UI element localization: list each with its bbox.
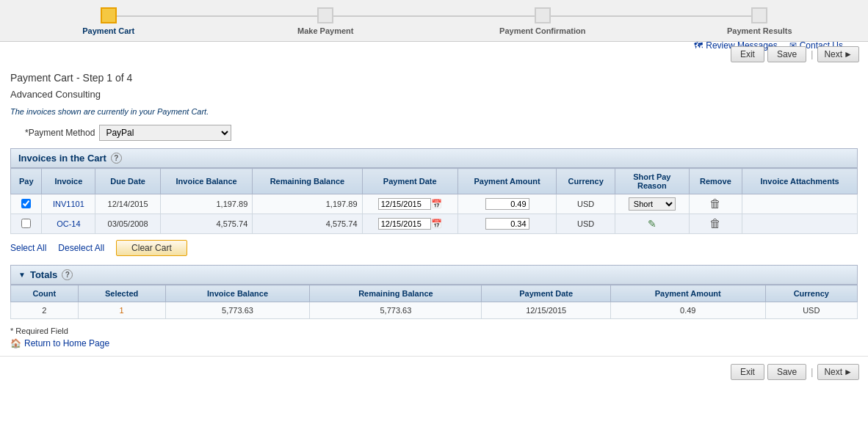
totals-col-currency: Currency bbox=[765, 285, 857, 302]
totals-col-invoice-balance: Invoice Balance bbox=[165, 285, 310, 302]
col-invoice: Invoice bbox=[42, 169, 95, 194]
next-button-bottom[interactable]: Next ► bbox=[817, 364, 859, 380]
bottom-action-bar: Exit Save | Next ► bbox=[0, 356, 868, 387]
top-action-bar: Exit Save | Next ► bbox=[0, 42, 868, 67]
company-name: Advanced Consulting bbox=[10, 87, 858, 104]
cart-actions: Select All Deselect All Clear Cart bbox=[10, 234, 858, 262]
row-short-pay-0: ShortDisputeOther bbox=[615, 194, 689, 214]
return-home-label: Return to Home Page bbox=[24, 338, 109, 348]
row-short-pay-select-0[interactable]: ShortDisputeOther bbox=[629, 197, 676, 211]
step-label-make-payment: Make Payment bbox=[297, 26, 353, 35]
col-remove: Remove bbox=[689, 169, 742, 194]
step-label-payment-confirmation: Payment Confirmation bbox=[499, 26, 585, 35]
exit-button-top[interactable]: Exit bbox=[731, 46, 764, 62]
totals-col-payment-date: Payment Date bbox=[482, 285, 610, 302]
separator-bottom: | bbox=[811, 367, 813, 377]
totals-col-selected: Selected bbox=[78, 285, 165, 302]
row-invoice-balance-0: 1,197.89 bbox=[160, 194, 252, 214]
totals-selected: 1 bbox=[78, 302, 165, 319]
step-icon-payment-results bbox=[751, 7, 767, 23]
wizard-step-payment-cart[interactable]: Payment Cart bbox=[0, 7, 217, 35]
row-invoice-1[interactable]: OC-14 bbox=[42, 214, 95, 234]
invoices-section-header: Invoices in the Cart ? bbox=[10, 148, 858, 168]
return-home-link[interactable]: 🏠 Return to Home Page bbox=[10, 338, 858, 348]
home-icon: 🏠 bbox=[10, 338, 21, 348]
row-payment-date-1: 📅 bbox=[362, 214, 457, 234]
step-text: - Step 1 of 4 bbox=[76, 72, 132, 84]
row-currency-0: USD bbox=[557, 194, 615, 214]
deselect-all-link[interactable]: Deselect All bbox=[58, 243, 104, 253]
col-payment-amount: Payment Amount bbox=[457, 169, 556, 194]
exit-button-bottom[interactable]: Exit bbox=[731, 364, 764, 380]
col-invoice-balance: Invoice Balance bbox=[160, 169, 252, 194]
review-messages-icon: 🗺 bbox=[694, 40, 703, 51]
wizard-step-make-payment[interactable]: Make Payment bbox=[217, 7, 435, 35]
row-invoice-0[interactable]: INV1101 bbox=[42, 194, 95, 214]
totals-count: 2 bbox=[11, 302, 79, 319]
wizard-step-payment-confirmation[interactable]: Payment Confirmation bbox=[434, 7, 651, 35]
next-button-top[interactable]: Next ► bbox=[817, 46, 859, 62]
step-label-payment-results: Payment Results bbox=[727, 26, 792, 35]
row-calendar-icon-1[interactable]: 📅 bbox=[431, 219, 442, 229]
row-payment-amount-1 bbox=[457, 214, 556, 234]
cart-row-1: OC-1403/05/20084,575.744,575.74📅USD✎🗑 bbox=[11, 214, 858, 234]
page-content: 🗺 Review Messages ✉ Contact Us Payment C… bbox=[0, 67, 868, 348]
wizard-step-payment-results[interactable]: Payment Results bbox=[651, 7, 869, 35]
col-currency: Currency bbox=[557, 169, 615, 194]
totals-payment-date: 12/15/2015 bbox=[482, 302, 610, 319]
payment-method-row: *Payment Method PayPal Credit Card Bank … bbox=[10, 122, 858, 148]
totals-row: 2 1 5,773.63 5,773.63 12/15/2015 0.49 US… bbox=[11, 302, 858, 319]
row-edit-icon-1[interactable]: ✎ bbox=[648, 218, 657, 230]
row-invoice-balance-1: 4,575.74 bbox=[160, 214, 252, 234]
row-attachments-1 bbox=[742, 214, 858, 234]
row-amount-input-0[interactable] bbox=[485, 198, 529, 210]
row-remove-0: 🗑 bbox=[689, 194, 742, 214]
row-checkbox-1[interactable] bbox=[21, 219, 31, 228]
row-delete-icon-0[interactable]: 🗑 bbox=[709, 197, 721, 211]
save-button-top[interactable]: Save bbox=[767, 46, 806, 62]
cart-table: Pay Invoice Due Date Invoice Balance Rem… bbox=[10, 168, 858, 234]
totals-col-remaining-balance: Remaining Balance bbox=[310, 285, 482, 302]
row-short-pay-1: ✎ bbox=[615, 214, 689, 234]
page-title: Payment Cart - Step 1 of 4 bbox=[10, 67, 858, 87]
row-delete-icon-1[interactable]: 🗑 bbox=[709, 217, 721, 230]
totals-currency: USD bbox=[765, 302, 857, 319]
next-label-top: Next bbox=[824, 49, 842, 59]
row-currency-1: USD bbox=[557, 214, 615, 234]
col-invoice-attachments: Invoice Attachments bbox=[742, 169, 858, 194]
row-payment-amount-0 bbox=[457, 194, 556, 214]
save-button-bottom[interactable]: Save bbox=[767, 364, 806, 380]
col-due-date: Due Date bbox=[95, 169, 161, 194]
row-due-date-0: 12/14/2015 bbox=[95, 194, 161, 214]
payment-method-label: *Payment Method bbox=[25, 128, 95, 138]
step-icon-payment-confirmation bbox=[535, 7, 551, 23]
totals-header[interactable]: ▼ Totals ? bbox=[10, 265, 858, 285]
payment-method-select[interactable]: PayPal Credit Card Bank Transfer bbox=[99, 125, 231, 141]
totals-col-payment-amount: Payment Amount bbox=[610, 285, 765, 302]
wizard-bar: Payment Cart Make Payment Payment Confir… bbox=[0, 0, 868, 42]
totals-payment-amount: 0.49 bbox=[610, 302, 765, 319]
invoices-help-icon[interactable]: ? bbox=[111, 153, 122, 164]
next-arrow-icon: ► bbox=[844, 49, 853, 59]
info-text: The invoices shown are currently in your… bbox=[10, 104, 858, 122]
next-label-bottom: Next bbox=[824, 367, 842, 377]
totals-table: Count Selected Invoice Balance Remaining… bbox=[10, 285, 858, 319]
step-icon-payment-cart bbox=[101, 7, 117, 23]
clear-cart-button[interactable]: Clear Cart bbox=[116, 240, 187, 256]
step-icon-make-payment bbox=[317, 7, 333, 23]
col-short-pay-reason: Short PayReason bbox=[615, 169, 689, 194]
next-arrow-icon-bottom: ► bbox=[844, 367, 853, 377]
separator-top: | bbox=[811, 49, 813, 59]
row-date-input-1[interactable] bbox=[378, 218, 431, 230]
totals-help-icon[interactable]: ? bbox=[62, 269, 73, 280]
row-calendar-icon-0[interactable]: 📅 bbox=[431, 199, 442, 209]
totals-col-count: Count bbox=[11, 285, 79, 302]
row-remove-1: 🗑 bbox=[689, 214, 742, 234]
row-checkbox-0[interactable] bbox=[21, 199, 31, 208]
col-remaining-balance: Remaining Balance bbox=[253, 169, 362, 194]
row-amount-input-1[interactable] bbox=[485, 218, 529, 230]
totals-section: ▼ Totals ? Count Selected Invoice Balanc… bbox=[10, 265, 858, 319]
row-date-input-0[interactable] bbox=[378, 198, 431, 210]
select-all-link[interactable]: Select All bbox=[10, 243, 46, 253]
totals-remaining-balance: 5,773.63 bbox=[310, 302, 482, 319]
